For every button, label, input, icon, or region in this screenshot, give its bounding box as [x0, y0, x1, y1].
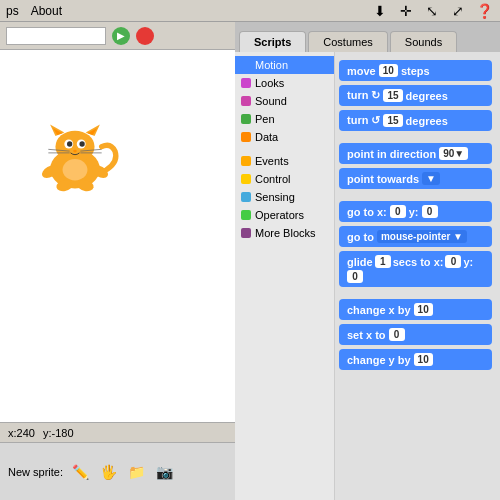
- sound-dot: [241, 96, 251, 106]
- block-point-direction[interactable]: point in direction 90▼: [339, 143, 492, 164]
- sensing-label: Sensing: [255, 191, 295, 203]
- category-pen[interactable]: Pen: [235, 110, 334, 128]
- upload-sprite-button[interactable]: 📁: [125, 461, 147, 483]
- motion-label: Motion: [255, 59, 288, 71]
- data-dot: [241, 132, 251, 142]
- block-change-x[interactable]: change x by 10: [339, 299, 492, 320]
- more-blocks-dot: [241, 228, 251, 238]
- data-label: Data: [255, 131, 278, 143]
- looks-dot: [241, 78, 251, 88]
- spacer-1: [339, 133, 496, 141]
- block-go-to-xy[interactable]: go to x: 0 y: 0: [339, 201, 492, 222]
- category-sound[interactable]: Sound: [235, 92, 334, 110]
- motion-dot: [241, 60, 251, 70]
- looks-label: Looks: [255, 77, 284, 89]
- category-operators[interactable]: Operators: [235, 206, 334, 224]
- sprite-panel: New sprite: ✏️ 🖐 📁 📷: [0, 442, 235, 500]
- svg-point-19: [63, 159, 88, 180]
- spacer-2: [339, 191, 496, 199]
- block-go-to[interactable]: go to mouse-pointer ▼: [339, 226, 492, 247]
- blocks-area: Motion Looks Sound Pen Data: [235, 52, 500, 500]
- pen-label: Pen: [255, 113, 275, 125]
- scratch-cat: [30, 120, 120, 200]
- sensing-dot: [241, 192, 251, 202]
- category-data[interactable]: Data: [235, 128, 334, 146]
- paint-sprite-button[interactable]: ✏️: [69, 461, 91, 483]
- download-icon[interactable]: ⬇: [370, 1, 390, 21]
- block-set-x[interactable]: set x to 0: [339, 324, 492, 345]
- x-value: 240: [17, 427, 35, 439]
- help-icon[interactable]: ❓: [474, 1, 494, 21]
- stage-toolbar: ▶: [0, 22, 235, 50]
- blocks-panel: Scripts Costumes Sounds Motion Looks Sou…: [235, 22, 500, 500]
- menu-ps[interactable]: ps: [6, 4, 19, 18]
- blocks-list: move 10 steps turn ↻ 15 degrees turn ↺ 1…: [335, 52, 500, 500]
- crosshair-icon[interactable]: ✛: [396, 1, 416, 21]
- operators-label: Operators: [255, 209, 304, 221]
- stop-button[interactable]: [136, 27, 154, 45]
- more-blocks-label: More Blocks: [255, 227, 316, 239]
- category-events[interactable]: Events: [235, 152, 334, 170]
- y-label: y:: [43, 427, 52, 439]
- spacer-3: [339, 289, 496, 297]
- control-label: Control: [255, 173, 290, 185]
- events-label: Events: [255, 155, 289, 167]
- block-point-towards[interactable]: point towards ▼: [339, 168, 492, 189]
- main-container: ▶: [0, 22, 500, 500]
- events-dot: [241, 156, 251, 166]
- category-looks[interactable]: Looks: [235, 74, 334, 92]
- block-move[interactable]: move 10 steps: [339, 60, 492, 81]
- control-dot: [241, 174, 251, 184]
- stage-name-input[interactable]: [6, 27, 106, 45]
- stage-panel: ▶: [0, 22, 235, 500]
- pen-dot: [241, 114, 251, 124]
- menu-about[interactable]: About: [31, 4, 62, 18]
- sound-label: Sound: [255, 95, 287, 107]
- svg-point-9: [79, 141, 84, 146]
- camera-sprite-button[interactable]: 📷: [153, 461, 175, 483]
- block-turn-cw[interactable]: turn ↻ 15 degrees: [339, 85, 492, 106]
- tab-costumes[interactable]: Costumes: [308, 31, 388, 52]
- category-control[interactable]: Control: [235, 170, 334, 188]
- menu-icons: ⬇ ✛ ⤡ ⤢ ❓: [370, 1, 494, 21]
- new-sprite-label: New sprite:: [8, 466, 63, 478]
- category-more-blocks[interactable]: More Blocks: [235, 224, 334, 242]
- svg-point-1: [55, 131, 94, 163]
- tab-scripts[interactable]: Scripts: [239, 31, 306, 52]
- coord-bar: x: 240 y: -180: [0, 422, 235, 442]
- shrink-icon[interactable]: ⤢: [448, 1, 468, 21]
- block-turn-ccw[interactable]: turn ↺ 15 degrees: [339, 110, 492, 131]
- stage-canvas[interactable]: [0, 50, 235, 422]
- stamp-sprite-button[interactable]: 🖐: [97, 461, 119, 483]
- svg-point-8: [67, 141, 72, 146]
- category-panel: Motion Looks Sound Pen Data: [235, 52, 335, 500]
- y-value: -180: [51, 427, 73, 439]
- block-change-y[interactable]: change y by 10: [339, 349, 492, 370]
- svg-point-10: [73, 150, 77, 153]
- operators-dot: [241, 210, 251, 220]
- x-label: x:: [8, 427, 17, 439]
- category-sensing[interactable]: Sensing: [235, 188, 334, 206]
- category-motion[interactable]: Motion: [235, 56, 334, 74]
- tab-sounds[interactable]: Sounds: [390, 31, 457, 52]
- tabs-container: Scripts Costumes Sounds: [235, 22, 500, 52]
- menu-bar: ps About ⬇ ✛ ⤡ ⤢ ❓: [0, 0, 500, 22]
- expand-icon[interactable]: ⤡: [422, 1, 442, 21]
- block-glide[interactable]: glide 1 secs to x: 0 y: 0: [339, 251, 492, 287]
- green-flag-button[interactable]: ▶: [112, 27, 130, 45]
